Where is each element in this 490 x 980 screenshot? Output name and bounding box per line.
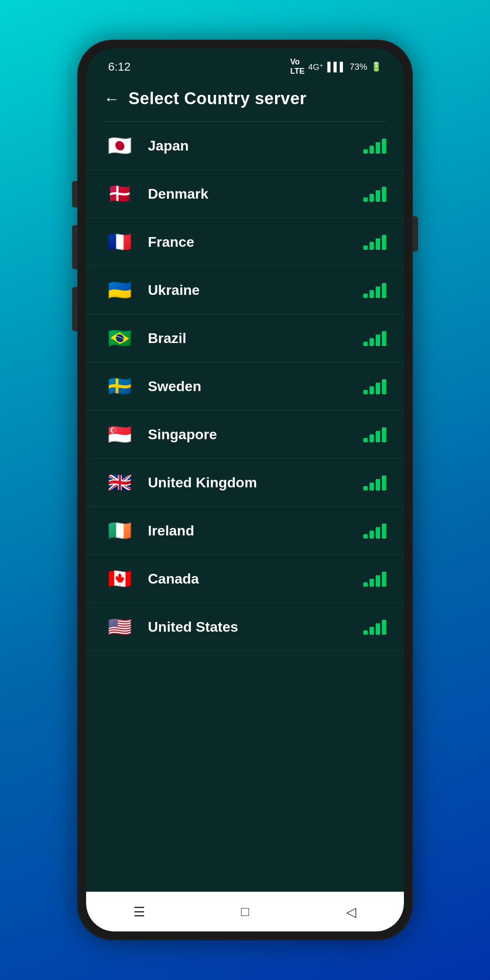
- country-item-ireland[interactable]: 🇮🇪Ireland: [86, 507, 404, 555]
- country-name-singapore: Singapore: [148, 426, 363, 443]
- signal-bars-icon: ▌▌▌: [327, 62, 346, 72]
- country-name-canada: Canada: [148, 571, 363, 587]
- signal-bars-ukraine: [363, 282, 386, 298]
- flag-singapore: 🇸🇬: [104, 423, 136, 446]
- country-item-singapore[interactable]: 🇸🇬Singapore: [86, 411, 404, 459]
- back-button[interactable]: ←: [104, 91, 120, 107]
- battery-percentage: 73%: [350, 62, 367, 72]
- country-item-france[interactable]: 🇫🇷France: [86, 218, 404, 266]
- page-header: ← Select Country server: [86, 80, 404, 121]
- back-nav-icon[interactable]: ◁: [340, 901, 362, 923]
- signal-bars-brazil: [363, 330, 386, 346]
- status-bar: 6:12 VoLTE 4G⁺ ▌▌▌ 73% 🔋: [86, 49, 404, 80]
- signal-bars-ireland: [363, 523, 386, 539]
- power-button: [413, 216, 418, 252]
- bottom-navigation: ☰ □ ◁: [86, 892, 404, 931]
- flag-usa: 🇺🇸: [104, 615, 136, 638]
- signal-bars-sweden: [363, 378, 386, 394]
- country-name-denmark: Denmark: [148, 186, 363, 202]
- status-time: 6:12: [108, 60, 131, 74]
- flag-sweden: 🇸🇪: [104, 375, 136, 398]
- battery-icon: 🔋: [371, 61, 382, 72]
- volume-silent-button: [72, 181, 77, 207]
- signal-bars-japan: [363, 138, 386, 154]
- country-name-ireland: Ireland: [148, 523, 363, 539]
- country-item-canada[interactable]: 🇨🇦Canada: [86, 555, 404, 603]
- country-name-brazil: Brazil: [148, 330, 363, 347]
- phone-device: 6:12 VoLTE 4G⁺ ▌▌▌ 73% 🔋 ← Select Countr…: [77, 40, 413, 940]
- country-list: 🇯🇵Japan🇩🇰Denmark🇫🇷France🇺🇦Ukraine🇧🇷Brazi…: [86, 122, 404, 892]
- country-name-ukraine: Ukraine: [148, 282, 363, 298]
- signal-bars-usa: [363, 619, 386, 635]
- flag-ireland: 🇮🇪: [104, 519, 136, 542]
- country-item-brazil[interactable]: 🇧🇷Brazil: [86, 314, 404, 362]
- country-name-france: France: [148, 234, 363, 250]
- flag-ukraine: 🇺🇦: [104, 279, 136, 302]
- country-item-uk[interactable]: 🇬🇧United Kingdom: [86, 459, 404, 507]
- signal-bars-singapore: [363, 426, 386, 442]
- country-name-japan: Japan: [148, 138, 363, 154]
- signal-4g-icon: 4G⁺: [308, 62, 324, 72]
- page-title: Select Country server: [128, 89, 306, 108]
- signal-bars-uk: [363, 475, 386, 490]
- phone-screen: 6:12 VoLTE 4G⁺ ▌▌▌ 73% 🔋 ← Select Countr…: [86, 49, 404, 931]
- country-item-denmark[interactable]: 🇩🇰Denmark: [86, 170, 404, 218]
- flag-japan: 🇯🇵: [104, 134, 136, 157]
- country-item-usa[interactable]: 🇺🇸United States: [86, 603, 404, 651]
- country-item-japan[interactable]: 🇯🇵Japan: [86, 122, 404, 170]
- flag-uk: 🇬🇧: [104, 471, 136, 494]
- signal-bars-denmark: [363, 186, 386, 202]
- country-name-sweden: Sweden: [148, 378, 363, 395]
- network-icon: VoLTE: [290, 57, 305, 76]
- volume-down-button: [72, 287, 77, 331]
- country-name-uk: United Kingdom: [148, 475, 363, 491]
- flag-brazil: 🇧🇷: [104, 327, 136, 350]
- country-item-ukraine[interactable]: 🇺🇦Ukraine: [86, 266, 404, 314]
- flag-denmark: 🇩🇰: [104, 182, 136, 205]
- status-right-icons: VoLTE 4G⁺ ▌▌▌ 73% 🔋: [290, 57, 382, 76]
- volume-up-button: [72, 225, 77, 269]
- country-item-sweden[interactable]: 🇸🇪Sweden: [86, 362, 404, 411]
- flag-france: 🇫🇷: [104, 230, 136, 253]
- signal-bars-france: [363, 234, 386, 250]
- signal-bars-canada: [363, 571, 386, 587]
- country-name-usa: United States: [148, 619, 363, 635]
- home-icon[interactable]: □: [234, 901, 256, 923]
- menu-icon[interactable]: ☰: [128, 901, 150, 923]
- flag-canada: 🇨🇦: [104, 567, 136, 590]
